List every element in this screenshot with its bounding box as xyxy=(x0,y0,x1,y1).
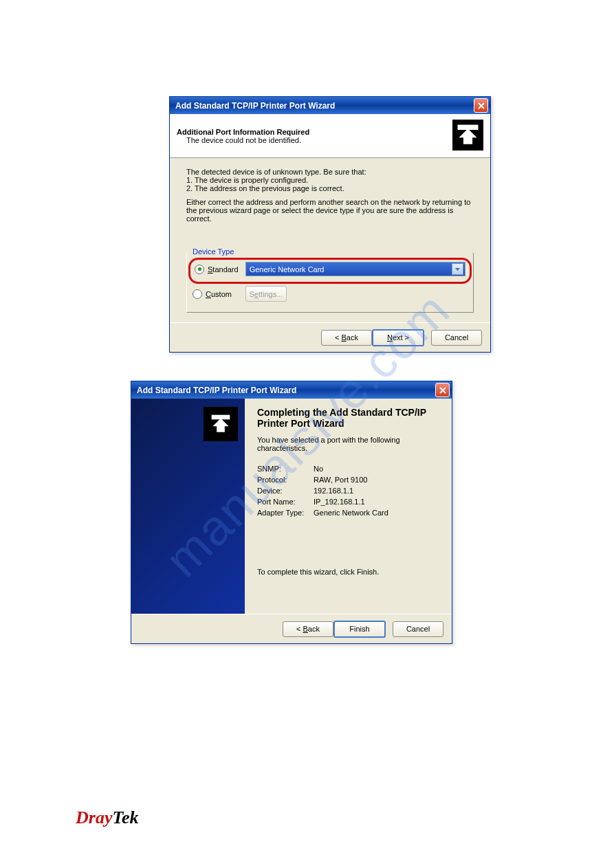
svg-rect-1 xyxy=(458,125,479,131)
completion-heading: Completing the Add Standard TCP/IP Print… xyxy=(257,407,439,429)
point1-text: 1. The device is properly configured. xyxy=(186,176,474,184)
cancel-button[interactable]: Cancel xyxy=(393,621,443,637)
titlebar[interactable]: Add Standard TCP/IP Printer Port Wizard xyxy=(131,381,452,399)
info-row: Protocol:RAW, Port 9100 xyxy=(257,476,439,484)
svg-rect-2 xyxy=(212,415,230,420)
cancel-button[interactable]: Cancel xyxy=(431,330,482,346)
header-band: Additional Port Information Required The… xyxy=(170,114,490,158)
wizard-dialog-additional-info: Add Standard TCP/IP Printer Port Wizard … xyxy=(169,96,491,353)
settings-button: Settings... xyxy=(245,286,287,302)
close-icon[interactable] xyxy=(474,98,488,113)
red-callout: Standard Generic Network Card xyxy=(188,258,472,284)
info-row: Device:192.168.1.1 xyxy=(257,487,439,495)
info-row: Adapter Type:Generic Network Card xyxy=(257,509,439,517)
button-bar: < Back Finish Cancel xyxy=(131,614,452,643)
titlebar[interactable]: Add Standard TCP/IP Printer Port Wizard xyxy=(170,97,490,114)
close-icon[interactable] xyxy=(435,383,450,397)
device-type-fieldset: Device Type Standard Generic Network Car… xyxy=(186,253,474,313)
chevron-down-icon[interactable] xyxy=(452,263,463,275)
dropdown-value: Generic Network Card xyxy=(250,265,452,274)
info-row: Port Name:IP_192.168.1.1 xyxy=(257,498,439,506)
brand-logo: DrayTek xyxy=(76,808,138,828)
device-type-dropdown[interactable]: Generic Network Card xyxy=(245,262,465,276)
completion-subheading: You have selected a port with the follow… xyxy=(257,436,439,452)
radio-standard[interactable] xyxy=(195,265,204,274)
wizard-dialog-completing: Add Standard TCP/IP Printer Port Wizard … xyxy=(131,381,452,644)
printer-icon xyxy=(452,120,483,152)
next-button[interactable]: Next > xyxy=(372,329,424,346)
dialog-body: Completing the Add Standard TCP/IP Print… xyxy=(131,399,452,614)
back-button[interactable]: < Back xyxy=(321,330,372,346)
intro-text: The detected device is of unknown type. … xyxy=(186,168,474,176)
para2-text: Either correct the address and perform a… xyxy=(186,198,474,223)
window-title: Add Standard TCP/IP Printer Port Wizard xyxy=(137,386,435,395)
custom-row: Custom Settings... xyxy=(193,286,468,302)
dialog-body: The detected device is of unknown type. … xyxy=(170,158,490,322)
info-row: SNMP:No xyxy=(257,465,439,473)
finish-button[interactable]: Finish xyxy=(333,621,386,638)
window-title: Add Standard TCP/IP Printer Port Wizard xyxy=(175,101,474,111)
standard-row: Standard Generic Network Card xyxy=(195,262,465,276)
header-subtitle: The device could not be identified. xyxy=(177,136,452,144)
radio-custom-label[interactable]: Custom xyxy=(206,290,232,298)
button-bar: < Back Next > Cancel xyxy=(170,322,490,352)
point2-text: 2. The address on the previous page is c… xyxy=(186,184,474,192)
printer-icon xyxy=(204,407,238,441)
complete-instruction: To complete this wizard, click Finish. xyxy=(257,568,439,576)
fieldset-legend: Device Type xyxy=(190,247,236,256)
radio-standard-label[interactable]: Standard xyxy=(208,265,239,274)
sidebar-graphic xyxy=(131,399,245,614)
header-title: Additional Port Information Required xyxy=(177,128,452,136)
back-button[interactable]: < Back xyxy=(283,621,333,637)
radio-custom[interactable] xyxy=(193,289,202,299)
